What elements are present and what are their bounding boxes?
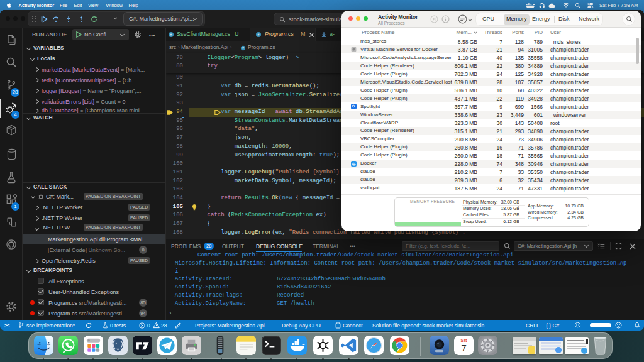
svg-text:#: # bbox=[170, 33, 172, 36]
svg-text:7: 7 bbox=[461, 343, 467, 353]
svg-text:#: # bbox=[258, 33, 260, 36]
svg-text:Sat: Sat bbox=[460, 338, 467, 343]
